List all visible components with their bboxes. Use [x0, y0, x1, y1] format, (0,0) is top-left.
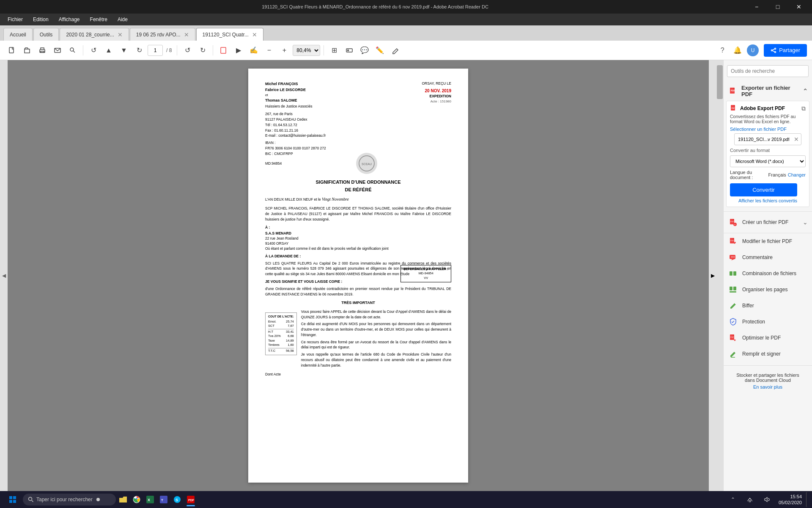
toolbar-prev-page-btn[interactable]: ▲: [102, 44, 115, 57]
comment-item[interactable]: Commentaire: [724, 249, 812, 265]
tab-rdv[interactable]: 19 06 25 rdv APO... ✕: [130, 28, 195, 41]
tray-chevron[interactable]: ⌃: [725, 492, 741, 507]
tab-courrier-close[interactable]: ✕: [118, 31, 123, 38]
page-number-input[interactable]: [148, 45, 163, 56]
toolbar-cursor-btn[interactable]: ▶: [232, 44, 245, 57]
tab-courrier[interactable]: 2020 01 28_courrie... ✕: [60, 28, 129, 41]
toolbar: ↺ ▲ ▼ ↻ / 8 ↺ ↻ ▶ ✍ − + 80,4% 75% 100% 1…: [0, 41, 812, 60]
toolbar-email-btn[interactable]: [51, 44, 64, 57]
tray-network[interactable]: [742, 492, 757, 507]
minimize-button[interactable]: −: [747, 0, 766, 14]
toolbar-print-btn[interactable]: [36, 44, 49, 57]
menu-affichage[interactable]: Affichage: [55, 15, 84, 24]
file-input[interactable]: [734, 133, 801, 145]
notifications-btn[interactable]: 🔔: [732, 44, 743, 56]
organize-item[interactable]: Organiser les pages: [724, 282, 812, 298]
taskbar-search[interactable]: Taper ici pour rechercher: [23, 494, 116, 505]
taskbar-chrome[interactable]: [130, 492, 143, 507]
menu-fichier[interactable]: Fichier: [3, 15, 27, 24]
svg-text:PDF: PDF: [730, 240, 734, 242]
tab-outils[interactable]: Outils: [33, 28, 59, 41]
toolbar-open-btn[interactable]: [20, 44, 34, 57]
convert-button[interactable]: Convertir: [730, 183, 797, 196]
pdf-name2: Fabrice LE DISCORDE: [265, 87, 326, 93]
tray-volume[interactable]: [759, 492, 774, 507]
toolbar-pen-btn[interactable]: ✏️: [373, 44, 387, 57]
file-clear-btn[interactable]: ✕: [794, 136, 799, 143]
edit-pdf-item[interactable]: PDF Modifier le fichier PDF: [724, 233, 812, 249]
right-nav-arrow[interactable]: ▶: [709, 60, 716, 491]
maximize-button[interactable]: □: [768, 0, 787, 14]
pdf-name3: Thomas SALOME: [265, 98, 326, 104]
pdf-cost-container: COUT DE L'ACTE: Emol.25,74 SCT7,67 H.T33…: [265, 309, 297, 359]
tab-sci-close[interactable]: ✕: [252, 31, 257, 38]
left-nav-arrow[interactable]: ◀: [0, 60, 8, 491]
taskbar-acrobat[interactable]: PDF: [184, 492, 197, 507]
help-btn[interactable]: ?: [716, 44, 728, 56]
copy-icon[interactable]: ⧉: [801, 105, 806, 112]
svg-rect-29: [730, 287, 732, 290]
organize-icon: [728, 284, 738, 295]
svg-text:T: T: [161, 498, 163, 502]
taskbar-file-explorer[interactable]: [117, 492, 129, 507]
toolbar-rotate-left-btn[interactable]: ↺: [181, 44, 194, 57]
toolbar-next-btn[interactable]: ↻: [132, 44, 146, 57]
optimize-item[interactable]: PDF Optimiser le PDF: [724, 330, 812, 346]
pdf-iban-label: IBAN :: [265, 140, 326, 146]
toolbar-prev-btn[interactable]: ↺: [87, 44, 100, 57]
biffer-item[interactable]: Biffer: [724, 298, 812, 314]
toolbar-search-btn[interactable]: [66, 44, 80, 57]
zoom-select[interactable]: 80,4% 75% 100% 125% 150%: [293, 45, 320, 56]
tab-accueil[interactable]: Accueil: [3, 28, 33, 41]
toolbar-scan-btn[interactable]: [343, 44, 356, 57]
pdf-cost-sct: SCT7,67: [268, 324, 294, 329]
view-converted-link[interactable]: Afficher les fichiers convertis: [730, 198, 806, 203]
lang-change-link[interactable]: Changer: [788, 172, 806, 177]
learn-more-link[interactable]: En savoir plus: [728, 384, 808, 389]
toolbar-rotate-right-btn[interactable]: ↻: [196, 44, 209, 57]
pdf-dest-addr1: 22 rue Jean Rosland: [265, 236, 451, 241]
pdf-ref-md: MD-94854: [403, 271, 448, 276]
scroll-thumb[interactable]: [717, 65, 723, 99]
start-button[interactable]: [3, 493, 22, 506]
svg-point-24: [731, 257, 732, 257]
show-desktop-btn[interactable]: [806, 492, 809, 507]
select-pdf-link[interactable]: Sélectionner un fichier PDF: [730, 127, 806, 132]
toolbar-comment-btn[interactable]: 💬: [358, 44, 371, 57]
toolbar-zoom-out-btn[interactable]: −: [262, 44, 276, 57]
share-button[interactable]: Partager: [764, 44, 807, 57]
svg-rect-36: [9, 500, 12, 503]
taskbar-excel[interactable]: X: [144, 492, 156, 507]
tools-search-input[interactable]: [727, 65, 809, 77]
pdf-cost-ht: H.T33,41: [268, 330, 294, 334]
toolbar-pdf-btn[interactable]: [217, 44, 230, 57]
tab-rdv-close[interactable]: ✕: [184, 31, 189, 38]
pdf-page: Michel FRANÇOIS Fabrice LE DISCORDE et T…: [248, 69, 468, 483]
close-button[interactable]: ✕: [789, 0, 809, 14]
svg-rect-35: [13, 496, 16, 499]
toolbar-next-page-btn[interactable]: ▼: [117, 44, 131, 57]
user-avatar[interactable]: U: [747, 44, 759, 56]
menu-aide[interactable]: Aide: [113, 15, 132, 24]
create-pdf-chevron: ⌄: [803, 219, 808, 226]
toolbar-zoom-in-btn[interactable]: +: [277, 44, 291, 57]
svg-text:PDF: PDF: [732, 107, 735, 109]
taskbar-teams[interactable]: T: [157, 492, 170, 507]
protection-item[interactable]: Protection: [724, 314, 812, 330]
toolbar-view-btn[interactable]: ⊞: [327, 44, 341, 57]
scroll-bar[interactable]: [716, 60, 723, 491]
menu-fenetre[interactable]: Fenêtre: [86, 15, 112, 24]
taskbar-skype[interactable]: S: [171, 492, 184, 507]
menu-edition[interactable]: Edition: [29, 15, 53, 24]
toolbar-new-btn[interactable]: [5, 44, 19, 57]
toolbar-hand-btn[interactable]: ✍: [247, 44, 261, 57]
format-select[interactable]: Microsoft Word (*.docx) Microsoft Excel …: [730, 155, 806, 167]
combine-item[interactable]: Combinaison de fichiers: [724, 265, 812, 282]
tab-sci[interactable]: 191120_SCI Quatr... ✕: [196, 28, 263, 41]
toolbar-eraser-btn[interactable]: [388, 44, 402, 57]
help-icons: ? 🔔 U: [716, 44, 759, 56]
fill-sign-item[interactable]: Remplir et signer: [724, 346, 812, 362]
comment-label: Commentaire: [742, 254, 773, 260]
export-section-header[interactable]: PDF Exporter un fichier PDF ⌃: [724, 83, 812, 99]
create-pdf-item[interactable]: PDF+ Créer un fichier PDF ⌄: [724, 214, 812, 230]
